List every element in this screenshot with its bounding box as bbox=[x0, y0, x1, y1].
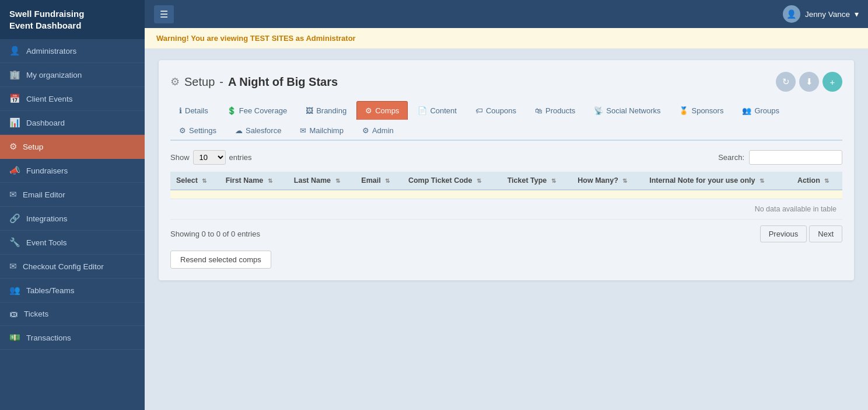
branding-tab-icon: 🖼 bbox=[306, 106, 313, 115]
previous-button[interactable]: Previous bbox=[760, 225, 807, 242]
tab-settings[interactable]: ⚙ Settings bbox=[170, 121, 225, 140]
col-select[interactable]: Select ⇅ bbox=[170, 172, 220, 190]
branding-tab-label: Branding bbox=[316, 106, 346, 115]
sidebar-item-email-editor[interactable]: ✉ Email Editor bbox=[0, 183, 145, 207]
dashboard-icon: 📊 bbox=[9, 117, 20, 128]
menu-button[interactable]: ☰ bbox=[154, 5, 174, 23]
sidebar-item-dashboard[interactable]: 📊 Dashboard bbox=[0, 111, 145, 135]
mailchimp-tab-label: Mailchimp bbox=[309, 126, 344, 135]
fundraisers-icon: 📣 bbox=[9, 165, 20, 176]
sidebar-label-event-tools: Event Tools bbox=[26, 238, 67, 247]
sidebar-item-transactions[interactable]: 💵 Transactions bbox=[0, 326, 145, 350]
sidebar-item-tables-teams[interactable]: 👥 Tables/Teams bbox=[0, 279, 145, 303]
my-organization-icon: 🏢 bbox=[9, 70, 20, 80]
products-tab-icon: 🛍 bbox=[535, 106, 542, 115]
tab-content[interactable]: 📄 Content bbox=[409, 101, 466, 120]
show-label: Show bbox=[170, 153, 190, 162]
fee-coverage-tab-icon: 💲 bbox=[227, 106, 236, 115]
tab-groups[interactable]: 👥 Groups bbox=[733, 101, 788, 120]
page-title-actions: ↻ ⬇ + bbox=[776, 72, 842, 92]
menu-icon: ☰ bbox=[160, 9, 168, 19]
col-action[interactable]: Action ⇅ bbox=[792, 172, 842, 190]
sidebar-item-integrations[interactable]: 🔗 Integrations bbox=[0, 207, 145, 231]
comps-tab-icon: ⚙ bbox=[365, 106, 372, 115]
sidebar-item-event-tools[interactable]: 🔧 Event Tools bbox=[0, 231, 145, 255]
search-label: Search: bbox=[718, 153, 744, 162]
administrators-icon: 👤 bbox=[9, 46, 20, 56]
no-data-row: No data available in table bbox=[170, 199, 842, 220]
tickets-icon: 🎟 bbox=[9, 309, 18, 319]
tables-teams-icon: 👥 bbox=[9, 285, 20, 296]
col-how-many[interactable]: How Many? ⇅ bbox=[572, 172, 643, 190]
social-networks-tab-icon: 📡 bbox=[594, 106, 603, 115]
details-tab-label: Details bbox=[185, 106, 208, 115]
col-first-name[interactable]: First Name ⇅ bbox=[220, 172, 288, 190]
sidebar-label-checkout-config: Checkout Config Editor bbox=[23, 262, 104, 271]
sort-icon-select: ⇅ bbox=[202, 178, 206, 184]
search-input[interactable] bbox=[749, 150, 842, 165]
sidebar-item-client-events[interactable]: 📅 Client Events bbox=[0, 87, 145, 111]
sidebar-label-client-events: Client Events bbox=[26, 95, 73, 103]
entries-select[interactable]: 10 25 50 100 bbox=[193, 150, 226, 165]
col-comp-ticket-code[interactable]: Comp Ticket Code ⇅ bbox=[402, 172, 502, 190]
pagination-row: Showing 0 to 0 of 0 entries Previous Nex… bbox=[170, 225, 842, 242]
tab-mailchimp[interactable]: ✉ Mailchimp bbox=[291, 121, 352, 140]
next-button[interactable]: Next bbox=[809, 225, 842, 242]
col-label-last-name: Last Name bbox=[294, 176, 331, 185]
download-button[interactable]: ⬇ bbox=[799, 72, 819, 92]
content-area: ⚙ Setup - A Night of Big Stars ↻ ⬇ + ℹ D… bbox=[145, 48, 868, 410]
sidebar: Swell Fundraising Event Dashboard 👤 Admi… bbox=[0, 0, 145, 410]
page-title-row: ⚙ Setup - A Night of Big Stars ↻ ⬇ + bbox=[170, 72, 842, 92]
resend-selected-comps-button[interactable]: Resend selected comps bbox=[170, 251, 271, 269]
sort-icon-comp-ticket-code: ⇅ bbox=[477, 178, 481, 184]
sidebar-item-fundraisers[interactable]: 📣 Fundraisers bbox=[0, 159, 145, 183]
tab-salesforce[interactable]: ☁ Salesforce bbox=[226, 121, 290, 140]
tab-sponsors[interactable]: 🏅 Sponsors bbox=[670, 101, 732, 120]
tab-social-networks[interactable]: 📡 Social Networks bbox=[585, 101, 669, 120]
main-card: ⚙ Setup - A Night of Big Stars ↻ ⬇ + ℹ D… bbox=[159, 60, 854, 280]
sidebar-item-setup[interactable]: ⚙ Setup bbox=[0, 135, 145, 159]
col-label-comp-ticket-code: Comp Ticket Code bbox=[408, 176, 473, 185]
sponsors-tab-icon: 🏅 bbox=[679, 106, 688, 115]
checkout-config-icon: ✉ bbox=[9, 261, 17, 272]
entries-label: entries bbox=[229, 153, 252, 162]
sort-icon-email: ⇅ bbox=[385, 178, 390, 184]
tab-fee-coverage[interactable]: 💲 Fee Coverage bbox=[218, 101, 296, 120]
col-label-ticket-type: Ticket Type bbox=[508, 176, 547, 185]
col-ticket-type[interactable]: Ticket Type ⇅ bbox=[502, 172, 572, 190]
col-label-internal-note: Internal Note for your use only bbox=[649, 176, 755, 185]
col-email[interactable]: Email ⇅ bbox=[355, 172, 402, 190]
tab-branding[interactable]: 🖼 Branding bbox=[297, 101, 355, 120]
user-menu[interactable]: 👤 Jenny Vance ▾ bbox=[783, 5, 859, 23]
warning-text: Warning! You are viewing TEST SITES as A… bbox=[156, 34, 356, 43]
tab-coupons[interactable]: 🏷 Coupons bbox=[467, 101, 525, 120]
show-entries-control: Show 10 25 50 100 entries bbox=[170, 150, 252, 165]
sort-icon-ticket-type: ⇅ bbox=[551, 178, 556, 184]
add-button[interactable]: + bbox=[822, 72, 842, 92]
sidebar-item-checkout-config[interactable]: ✉ Checkout Config Editor bbox=[0, 255, 145, 279]
sidebar-item-administrators[interactable]: 👤 Administrators bbox=[0, 39, 145, 63]
tab-comps[interactable]: ⚙ Comps bbox=[356, 101, 408, 120]
sidebar-label-administrators: Administrators bbox=[26, 47, 76, 55]
salesforce-tab-label: Salesforce bbox=[246, 126, 281, 135]
sort-icon-how-many: ⇅ bbox=[622, 178, 627, 184]
tab-admin[interactable]: ⚙ Admin bbox=[354, 121, 402, 140]
tab-details[interactable]: ℹ Details bbox=[170, 101, 217, 120]
dropdown-icon: ▾ bbox=[855, 9, 859, 19]
products-tab-label: Products bbox=[545, 106, 575, 115]
sidebar-label-transactions: Transactions bbox=[26, 333, 71, 342]
salesforce-tab-icon: ☁ bbox=[235, 126, 243, 135]
coupons-tab-label: Coupons bbox=[486, 106, 516, 115]
sidebar-header: Swell Fundraising Event Dashboard bbox=[0, 0, 145, 39]
sort-icon-first-name: ⇅ bbox=[268, 178, 272, 184]
refresh-button[interactable]: ↻ bbox=[776, 72, 796, 92]
col-label-how-many: How Many? bbox=[578, 176, 618, 185]
sidebar-item-tickets[interactable]: 🎟 Tickets bbox=[0, 303, 145, 326]
event-name: A Night of Big Stars bbox=[228, 75, 338, 89]
col-internal-note[interactable]: Internal Note for your use only ⇅ bbox=[643, 172, 792, 190]
settings-tab-label: Settings bbox=[189, 126, 216, 135]
col-last-name[interactable]: Last Name ⇅ bbox=[288, 172, 356, 190]
col-label-action: Action bbox=[797, 176, 820, 185]
tab-products[interactable]: 🛍 Products bbox=[526, 101, 584, 120]
sidebar-item-my-organization[interactable]: 🏢 My organization bbox=[0, 63, 145, 87]
